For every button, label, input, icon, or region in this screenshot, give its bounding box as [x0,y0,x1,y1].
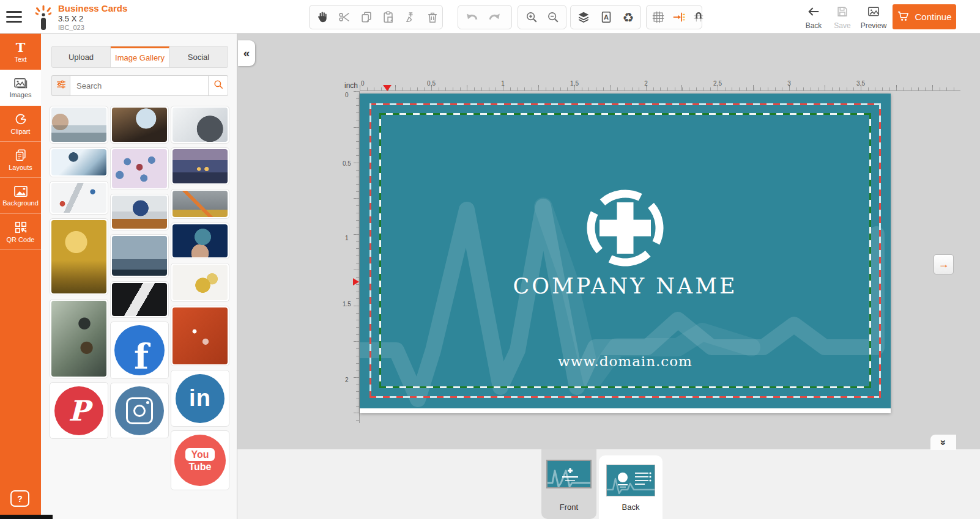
card-canvas[interactable]: COMPANY NAME www.domain.com [360,94,891,413]
tab-image-gallery[interactable]: Image Gallery [111,46,169,67]
gallery-image-gold-capsules[interactable] [171,263,229,302]
gallery-image-pinterest[interactable]: P [50,382,108,439]
page-tab-back[interactable]: Back [599,455,663,519]
gallery-image-door-keys[interactable] [50,299,108,378]
sidebar-item-layouts[interactable]: Layouts [0,142,41,178]
company-logo[interactable] [582,185,668,271]
search-input[interactable] [70,75,209,96]
sidebar-item-images[interactable]: Images [0,70,41,106]
medicine-syringes-photo [51,183,106,213]
gallery-image-handshake-suit[interactable] [110,281,169,318]
youtube-icon: You Tube [174,435,226,486]
sidebar-item-clipart[interactable]: Clipart [0,106,41,142]
left-sidebar: T Text Images Clipart Layouts Backgrou [0,34,41,519]
zoom-out-icon[interactable] [546,10,560,24]
h-tick: 1.5 [570,80,579,87]
h-tick: 0 [361,80,365,87]
images-icon [13,77,28,89]
arrow-right-icon: → [938,258,949,271]
ruler-marker-vertical [353,278,359,285]
next-side-button[interactable]: → [934,254,954,274]
gallery-image-instagram[interactable] [110,383,169,438]
gallery-image-youtube[interactable]: You Tube [171,430,229,490]
ruler-marker-horizontal [383,85,392,91]
collapse-panel-button[interactable]: « [238,40,255,66]
gallery-image-people-network[interactable] [110,147,169,190]
product-sku: IBC_023 [58,24,127,31]
h-tick: 2.5 [713,80,722,87]
text-frame-icon[interactable]: A [600,10,613,24]
gallery-image-tablet-browsing[interactable] [110,106,169,144]
zoom-in-icon[interactable] [524,10,538,24]
horizontal-ruler [360,79,960,91]
gallery-image-cooling-towers[interactable] [110,234,169,278]
continue-button[interactable]: Continue [893,4,956,29]
reading-book-photo [112,196,167,229]
svg-text:A: A [604,13,609,21]
facebook-icon: f [114,325,165,375]
gallery-image-desk-glasses[interactable] [50,147,108,177]
tab-upload[interactable]: Upload [52,46,111,67]
gallery-image-patterned-mug[interactable] [171,306,229,366]
tab-social[interactable]: Social [169,46,228,67]
cart-icon [897,10,910,24]
desk-glasses-photo [51,149,106,175]
snap-to-guides-icon[interactable] [672,10,685,24]
sidebar-item-text[interactable]: T Text [0,34,41,70]
filter-button[interactable] [51,75,70,96]
undo-icon[interactable] [464,10,479,24]
delete-icon[interactable] [426,10,439,24]
hamburger-menu-icon[interactable] [6,11,22,23]
sidebar-item-qr-code[interactable]: QR Code [0,214,41,250]
v-tick: 0.5 [343,160,351,167]
redo-icon[interactable] [488,10,502,24]
preview-button[interactable]: Preview [860,5,887,30]
format-paint-icon[interactable] [404,10,417,24]
grid-icon[interactable] [651,10,665,24]
gallery-image-medicine-syringes[interactable] [50,181,108,215]
cut-icon[interactable] [338,10,351,24]
page-tab-front[interactable]: Front [541,449,596,519]
ruler-unit-label: inch [344,81,358,90]
toolbar-objects-group: A ♻ [570,5,641,29]
safety-line-bottom [379,386,871,388]
safety-line-top [379,113,871,115]
copy-icon[interactable] [360,10,373,24]
text-icon: T [16,41,26,54]
v-tick: 1.5 [343,301,351,307]
layers-icon[interactable] [577,10,590,24]
gallery-image-globe-in-hand[interactable] [171,223,229,259]
gallery-image-house[interactable] [171,147,229,185]
gallery-image-coin-stack[interactable] [50,218,108,295]
paste-icon[interactable] [382,10,395,24]
panel-tabs: Upload Image Gallery Social [51,46,228,68]
gallery-image-linkedin[interactable]: in [171,370,229,427]
save-button[interactable]: Save [829,5,856,30]
pan-tool-icon[interactable] [316,10,329,24]
gallery-image-calculator[interactable] [171,106,229,144]
gallery-image-growth-chart[interactable] [171,189,229,219]
header-bar: Business Cards 3.5 X 2 IBC_023 [0,0,980,34]
toolbar-zoom-group [518,5,566,29]
images-panel: Upload Image Gallery Social [41,34,237,519]
back-page-label: Back [599,502,663,512]
gold-capsules-photo [173,265,228,300]
gallery-image-facebook[interactable]: f [110,322,169,379]
toolbar-edit-group [309,5,443,29]
recycle-icon[interactable]: ♻ [622,10,634,24]
snap-to-grid-icon[interactable] [692,10,705,24]
safety-line-right [869,113,871,388]
business-laptop-photo [51,108,106,142]
gallery-image-business-laptop[interactable] [50,106,108,144]
collapse-pages-bar-button[interactable]: » [930,435,956,450]
website-text[interactable]: www.domain.com [360,353,891,369]
search-icon [213,79,224,92]
sidebar-item-background[interactable]: Background [0,178,41,214]
design-studio-app: Business Cards 3.5 X 2 IBC_023 [0,0,980,519]
help-button[interactable]: ? [10,490,29,507]
pages-bar: Front Back [237,449,980,519]
company-name-text[interactable]: COMPANY NAME [360,274,891,298]
search-button[interactable] [209,75,228,96]
gallery-image-reading-book[interactable] [110,194,169,230]
back-button[interactable]: Back [800,5,827,30]
